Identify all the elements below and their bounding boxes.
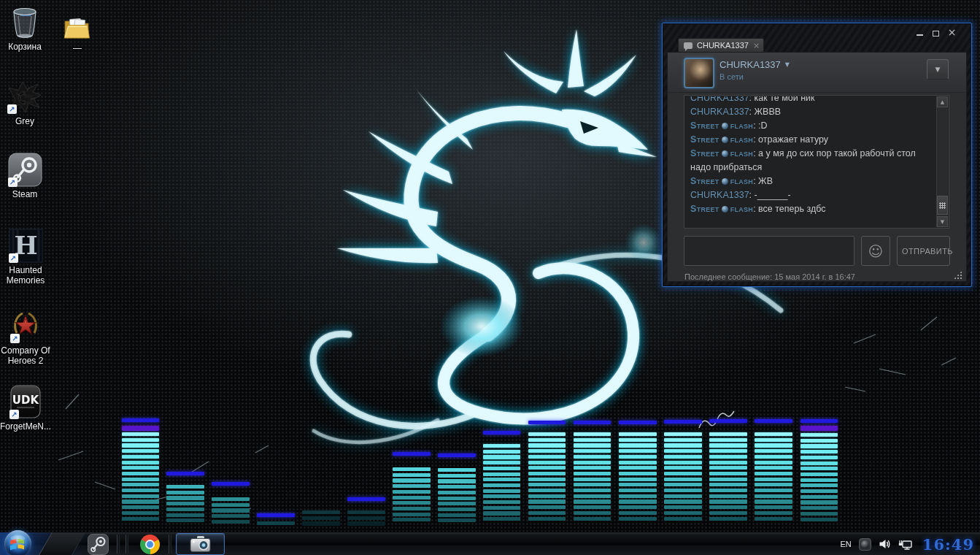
equalizer-segment [122, 478, 159, 481]
equalizer-segment [800, 439, 838, 443]
message-sender: CHURKA1337 [690, 107, 749, 117]
desktop-icon-label: Grey [15, 116, 34, 126]
volume-icon[interactable] [879, 538, 891, 550]
equalizer-segment [122, 517, 159, 521]
equalizer-segment [438, 474, 476, 478]
equalizer-segment [574, 494, 611, 498]
equalizer-segment [528, 489, 566, 492]
equalizer-segment [122, 461, 159, 464]
desktop-icon-company-of-heroes-2[interactable]: ↗ Company Of Heroes 2 [0, 308, 57, 366]
message-text: : :D [753, 120, 767, 131]
chat-username[interactable]: CHURKA1337 ▼ [719, 59, 790, 70]
equalizer-segment [709, 466, 747, 470]
equalizer-segment [393, 467, 431, 471]
desktop-icon-forgetmenot-udk[interactable]: UDK ↗ ForgetMeN... [0, 384, 57, 432]
equalizer-segment [393, 478, 431, 482]
chevron-down-icon: ▼ [935, 66, 941, 73]
equalizer-segment [393, 484, 431, 488]
equalizer-segment [709, 472, 747, 475]
equalizer-segment [709, 483, 747, 486]
equalizer-segment [619, 500, 657, 503]
desktop-icon-recycle-bin[interactable]: Корзина [1, 4, 48, 52]
equalizer-segment [800, 512, 838, 516]
scrollbar-thumb[interactable] [937, 196, 948, 215]
equalizer-segment [166, 518, 204, 522]
equalizer-segment [528, 455, 566, 459]
tray-app-icon[interactable] [859, 538, 871, 551]
equalizer-segment [166, 491, 204, 494]
equalizer-segment [800, 483, 838, 487]
scroll-down-button[interactable]: ▼ [937, 216, 948, 227]
desktop-icon-folder[interactable]: — [54, 6, 101, 53]
equalizer-segment [483, 431, 520, 435]
equalizer-segment [619, 421, 657, 424]
equalizer-segment [528, 466, 566, 470]
equalizer-segment [800, 472, 838, 476]
equalizer-segment [664, 455, 702, 459]
equalizer-segment [122, 505, 159, 509]
chat-scrollbar[interactable]: ▲ ▼ [936, 96, 948, 227]
minimize-button[interactable] [915, 28, 925, 37]
message-text: : отражает натуру [753, 134, 828, 145]
chat-input[interactable] [684, 236, 854, 266]
equalizer-segment [755, 517, 792, 521]
language-indicator[interactable]: EN [841, 540, 852, 548]
steam-chat-window: × CHURKA1337 × CHURKA1337 ▼ В сети ▼ CHU… [662, 23, 972, 287]
send-button[interactable]: ОТПРАВИТЬ [897, 236, 950, 266]
desktop-icon-label: Steam [12, 189, 38, 199]
resize-grip-icon[interactable] [954, 271, 962, 279]
desktop-icon-grey[interactable]: ↗ Grey [1, 79, 48, 126]
taskbar-clock[interactable]: 16:49 [922, 535, 976, 554]
equalizer-segment [755, 449, 792, 453]
equalizer-segment [574, 483, 611, 486]
message-text: : ЖВ [753, 176, 773, 186]
maximize-button[interactable] [931, 28, 941, 37]
equalizer-segment [438, 497, 476, 500]
scroll-up-button[interactable]: ▲ [937, 96, 948, 107]
desktop: Корзина — ↗ Grey [0, 0, 980, 555]
taskbar-camera-button-active[interactable] [176, 533, 225, 555]
equalizer-segment [483, 500, 520, 504]
svg-text:UDK: UDK [12, 394, 40, 407]
equalizer-segment [393, 507, 431, 510]
equalizer-segment [528, 472, 566, 475]
start-button[interactable] [4, 530, 31, 555]
equalizer-segment [619, 438, 657, 442]
chat-message: Streetflash: а у мя до сих пор такой раб… [690, 147, 935, 175]
chat-tab-title: CHURKA1337 [697, 41, 749, 50]
message-text: : как те мой ник [749, 96, 815, 103]
desktop-icon-haunted-memories[interactable]: H ↗ Haunted Memories [0, 228, 54, 286]
equalizer-segment [528, 438, 566, 442]
network-icon[interactable] [898, 538, 912, 550]
chat-history: CHURKA1337: как те мой никCHURKA1337: ЖВ… [684, 95, 949, 229]
chat-options-dropdown-button[interactable]: ▼ [927, 59, 949, 80]
chat-tab[interactable]: CHURKA1337 × [678, 38, 764, 52]
equalizer-segment [709, 432, 747, 436]
emoticon-button[interactable]: ☺ [861, 236, 890, 266]
thumb-grip-icon [939, 202, 946, 209]
equalizer-segment [619, 494, 657, 498]
equalizer-segment [709, 489, 747, 492]
equalizer-segment [755, 494, 792, 498]
taskbar-steam-button[interactable] [82, 533, 114, 555]
chat-message: CHURKA1337: -______- [690, 188, 935, 202]
desktop-icon-steam[interactable]: ↗ Steam [1, 152, 48, 199]
equalizer-segment [664, 483, 702, 486]
equalizer-segment [574, 461, 611, 464]
equalizer-segment [528, 483, 566, 486]
equalizer-segment [574, 421, 611, 424]
equalizer-segment [122, 449, 159, 453]
shortcut-arrow-icon: ↗ [8, 177, 18, 187]
equalizer-segment [709, 505, 747, 509]
taskbar-chrome-button[interactable] [134, 533, 166, 555]
equalizer-segment [122, 432, 159, 436]
chat-tab-close-icon[interactable]: × [753, 41, 760, 50]
equalizer-segment [166, 496, 204, 500]
close-button[interactable]: × [947, 28, 957, 37]
equalizer-segment [800, 478, 838, 482]
last-message-timestamp: Последнее сообщение: 15 мая 2014 г. в 16… [684, 272, 855, 281]
username-text: CHURKA1337 [719, 59, 781, 70]
avatar[interactable] [684, 58, 714, 88]
equalizer-segment [393, 473, 431, 477]
equalizer-segment [483, 461, 520, 464]
